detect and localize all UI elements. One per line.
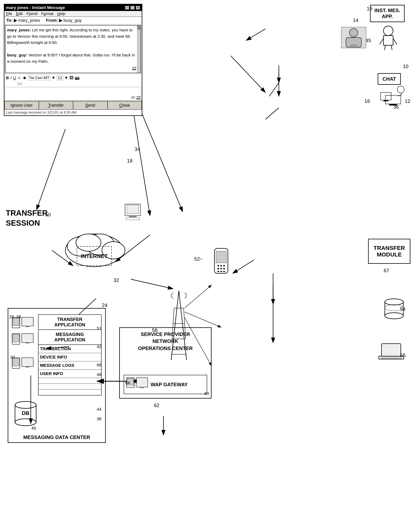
wap-gateway-content: WAP GATEWAY <box>126 377 205 392</box>
ref-32: 32 <box>113 277 119 283</box>
icon-img[interactable]: 🖼 <box>69 76 74 80</box>
user-portrait-45 <box>374 25 403 50</box>
maximize-button[interactable]: □ <box>130 6 135 10</box>
emoticon2-btn[interactable]: ☻ <box>22 76 27 80</box>
formatting-toolbar: B I U ☺ ☻ Tw Cen MT ▼ 12 ▼ 🖼 📷 Co <box>4 74 142 87</box>
svg-line-84 <box>185 324 186 339</box>
scroll-ref-22: 22 <box>132 65 136 71</box>
svg-line-30 <box>384 45 385 50</box>
ref-24: 24 <box>102 302 107 308</box>
blank-row-3 <box>38 389 101 395</box>
font-label: Co <box>6 82 140 86</box>
svg-rect-58 <box>22 334 33 341</box>
menu-help[interactable]: Help <box>57 12 65 16</box>
close-button-im[interactable]: Close <box>107 101 142 109</box>
svg-line-36 <box>401 93 402 94</box>
ref-19: 19 <box>367 6 372 12</box>
svg-line-31 <box>391 45 392 50</box>
svg-rect-38 <box>383 100 388 101</box>
icon-cam[interactable]: 📷 <box>75 76 80 80</box>
menu-edit[interactable]: Edit <box>16 12 22 16</box>
svg-rect-74 <box>140 387 144 388</box>
im-status-bar: Last message received on 3/21/01 at 8:35… <box>4 109 142 115</box>
ref-10: 10 <box>403 63 408 70</box>
font-size[interactable]: 12 <box>57 75 63 81</box>
font-size-down[interactable]: ▼ <box>64 76 68 80</box>
user-info-row: USER INFO <box>38 370 101 378</box>
bold-btn[interactable]: B <box>6 76 9 80</box>
font-select[interactable]: Tw Cen MT <box>28 75 50 81</box>
message-input[interactable] <box>5 88 141 100</box>
chat-area: mary_jones: Let me get this right. Accor… <box>5 25 141 73</box>
italic-btn[interactable]: I <box>10 76 12 80</box>
svg-rect-54 <box>26 326 30 327</box>
svg-rect-53 <box>22 318 33 325</box>
user-photo-area: photo <box>341 27 366 48</box>
ref-52: 52~ <box>194 256 203 262</box>
svg-line-19 <box>265 108 279 119</box>
svg-point-93 <box>218 271 219 272</box>
wap-gateway-box: WAP GATEWAY <box>124 375 207 394</box>
server-24-block: TRANSFERAPPLICATION MESSAGINGAPPLICATION… <box>38 314 102 395</box>
svg-line-29 <box>393 39 397 44</box>
svg-point-87 <box>218 265 219 266</box>
underline-btn[interactable]: U <box>13 76 16 80</box>
ref-44: 44 <box>97 407 101 412</box>
ref-45: 45 <box>365 38 371 44</box>
svg-point-88 <box>220 265 222 266</box>
menu-friend[interactable]: Friend <box>27 12 38 16</box>
transfer-module-box: TRANSFERMODULE <box>368 239 410 264</box>
close-button[interactable]: ✕ <box>135 6 140 10</box>
svg-line-21 <box>233 260 254 273</box>
wap-gateway-label: WAP GATEWAY <box>150 382 188 387</box>
titlebar-controls: — □ ✕ <box>125 6 140 10</box>
ref-40: 40 <box>31 426 36 431</box>
phone-52 <box>210 247 233 277</box>
ref-38: 38 <box>97 417 101 421</box>
im-action-buttons: Ignore User Transfer Send Close <box>4 101 142 109</box>
ignore-user-button[interactable]: Ignore User <box>4 101 39 109</box>
svg-rect-86 <box>216 251 226 263</box>
menu-format[interactable]: Format <box>41 12 53 16</box>
menu-file[interactable]: File <box>6 12 12 16</box>
transfer-session-text: TRANSFERSESSION <box>6 208 48 228</box>
svg-point-92 <box>223 268 225 269</box>
svg-line-82 <box>184 308 185 324</box>
messaging-application-box: MESSAGINGAPPLICATION <box>38 330 101 345</box>
svg-point-68 <box>15 419 36 426</box>
main-container: mary jones - Instant Message — □ ✕ File … <box>0 0 420 511</box>
messaging-data-center: MESSAGING DATA CENTER 26, 28 <box>8 308 106 443</box>
ref-62: 62 <box>154 403 159 408</box>
transfer-button[interactable]: Transfer <box>39 101 73 109</box>
scrollbar-thumb[interactable] <box>137 26 140 30</box>
svg-text:photo: photo <box>350 44 357 47</box>
svg-point-65 <box>15 402 36 408</box>
scrollbar[interactable] <box>137 25 141 73</box>
svg-line-17 <box>231 56 265 93</box>
svg-line-5 <box>131 279 173 289</box>
service-provider-box: SERVICE PROVIDERNETWORKOPERATIONS CENTER… <box>119 327 211 399</box>
emoticon1-btn[interactable]: ☺ <box>17 76 21 80</box>
input-wrapper: 48 20 <box>5 88 141 100</box>
minimize-button[interactable]: — <box>125 6 129 10</box>
svg-line-1 <box>269 83 279 96</box>
svg-rect-56 <box>13 334 19 342</box>
font-size-dropdown[interactable]: ▼ <box>52 76 56 80</box>
svg-point-26 <box>383 26 393 36</box>
svg-point-107 <box>349 29 358 37</box>
im-titlebar: mary jones - Instant Message — □ ✕ <box>4 4 142 11</box>
im-title: mary jones - Instant Message <box>6 5 65 10</box>
ref-42: 42 <box>97 344 101 349</box>
ref-51: 51 <box>97 326 101 331</box>
computer-icon-30 <box>11 357 34 379</box>
ref-34: 34 <box>135 146 140 152</box>
service-provider-label: SERVICE PROVIDERNETWORKOPERATIONS CENTER <box>120 328 211 353</box>
svg-line-28 <box>380 39 383 44</box>
svg-point-47 <box>76 234 101 251</box>
im-window: mary jones - Instant Message — □ ✕ File … <box>4 4 142 116</box>
svg-line-16 <box>246 29 265 40</box>
chat-message-2: busy_guy: Verizon at 9:00? I forgot abou… <box>7 52 136 64</box>
send-button[interactable]: Send <box>73 101 107 109</box>
computer-icons-26-28 <box>11 316 34 352</box>
svg-point-91 <box>220 268 222 269</box>
